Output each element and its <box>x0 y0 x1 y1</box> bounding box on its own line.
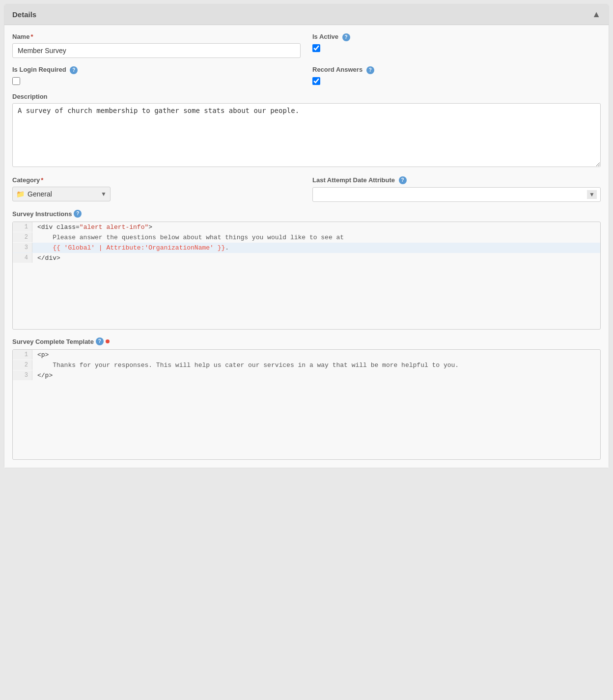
line-number-1: 1 <box>13 222 32 232</box>
record-answers-checkbox[interactable] <box>312 77 320 85</box>
name-isactive-row: Name* Is Active ? <box>12 33 601 58</box>
is-login-required-group: Is Login Required ? <box>12 66 301 85</box>
panel-title: Details <box>12 10 36 19</box>
code-line-3: 3 {{ 'Global' | Attribute:'OrganizationN… <box>13 243 600 253</box>
category-lastattempt-row: Category* 📁 General ▼ Last Attempt Date … <box>12 176 601 202</box>
panel-body: Name* Is Active ? Is Login Required ? <box>4 25 609 468</box>
line-content-4: </div> <box>32 253 600 263</box>
last-attempt-select[interactable] <box>312 187 601 202</box>
line-number-4: 4 <box>13 253 32 263</box>
description-label: Description <box>12 93 601 100</box>
code-line-4: 4 </div> <box>13 253 600 263</box>
code-line-1: 1 <div class="alert alert-info"> <box>13 222 600 232</box>
sct-line-3: 3 </p> <box>13 370 600 381</box>
line-content-3: {{ 'Global' | Attribute:'OrganizationNam… <box>32 243 600 253</box>
last-attempt-group: Last Attempt Date Attribute ? ▼ <box>312 176 601 202</box>
is-login-required-label: Is Login Required ? <box>12 66 301 74</box>
survey-complete-editor[interactable]: 1 <p> 2 Thanks for your responses. This … <box>12 349 601 460</box>
collapse-icon[interactable]: ▲ <box>592 9 601 20</box>
sct-line-content-2: Thanks for your responses. This will hel… <box>32 360 600 370</box>
code-line-2: 2 Please answer the questions below abou… <box>13 232 600 243</box>
description-group: Description A survey of church membershi… <box>12 93 601 168</box>
is-login-required-checkbox[interactable] <box>12 77 20 85</box>
survey-complete-required-dot <box>106 339 110 343</box>
code-editor-empty-space <box>13 263 600 327</box>
category-label: Category* <box>12 176 301 184</box>
sct-line-number-1: 1 <box>13 350 32 360</box>
category-select[interactable]: General <box>12 187 111 201</box>
survey-instructions-section: Survey Instructions ? 1 <div class="aler… <box>12 210 601 330</box>
sct-line-number-2: 2 <box>13 360 32 370</box>
sct-line-content-3: </p> <box>32 370 600 381</box>
record-answers-help-icon[interactable]: ? <box>366 66 374 74</box>
record-answers-checkbox-wrapper <box>312 77 601 85</box>
category-select-wrapper: 📁 General ▼ <box>12 187 111 201</box>
line-content-2: Please answer the questions below about … <box>32 232 600 243</box>
record-answers-group: Record Answers ? <box>312 66 601 85</box>
is-active-checkbox-wrapper <box>312 44 601 52</box>
survey-complete-help-icon[interactable]: ? <box>96 337 104 345</box>
is-login-required-checkbox-wrapper <box>12 77 301 85</box>
description-textarea[interactable]: A survey of church membership to gather … <box>12 103 601 167</box>
sct-line-1: 1 <p> <box>13 350 600 360</box>
survey-instructions-help-icon[interactable]: ? <box>74 210 82 218</box>
name-group: Name* <box>12 33 301 58</box>
login-recordanswers-row: Is Login Required ? Record Answers ? <box>12 66 601 85</box>
is-active-label: Is Active ? <box>312 33 601 41</box>
is-login-required-help-icon[interactable]: ? <box>70 66 78 74</box>
survey-instructions-editor[interactable]: 1 <div class="alert alert-info"> 2 Pleas… <box>12 222 601 330</box>
name-required-star: * <box>30 33 33 40</box>
survey-complete-label: Survey Complete Template ? <box>12 337 601 345</box>
sct-line-content-1: <p> <box>32 350 600 360</box>
last-attempt-select-wrapper: ▼ <box>312 187 601 202</box>
sct-line-2: 2 Thanks for your responses. This will h… <box>13 360 600 370</box>
name-label: Name* <box>12 33 301 40</box>
line-number-2: 2 <box>13 232 32 242</box>
name-input[interactable] <box>12 43 301 58</box>
is-active-checkbox[interactable] <box>312 44 320 52</box>
sct-line-number-3: 3 <box>13 370 32 380</box>
survey-instructions-label: Survey Instructions ? <box>12 210 601 218</box>
line-content-1: <div class="alert alert-info"> <box>32 222 600 232</box>
line-number-3: 3 <box>13 243 32 252</box>
last-attempt-help-icon[interactable]: ? <box>399 176 407 184</box>
is-active-help-icon[interactable]: ? <box>342 33 350 41</box>
record-answers-label: Record Answers ? <box>312 66 601 74</box>
survey-complete-section: Survey Complete Template ? 1 <p> 2 Thank… <box>12 337 601 460</box>
category-group: Category* 📁 General ▼ <box>12 176 301 202</box>
category-required-star: * <box>41 176 43 184</box>
last-attempt-label: Last Attempt Date Attribute ? <box>312 176 601 185</box>
panel-header: Details ▲ <box>4 4 609 25</box>
is-active-group: Is Active ? <box>312 33 601 58</box>
details-panel: Details ▲ Name* Is Active ? <box>4 4 609 468</box>
sct-editor-empty-space <box>13 381 600 459</box>
